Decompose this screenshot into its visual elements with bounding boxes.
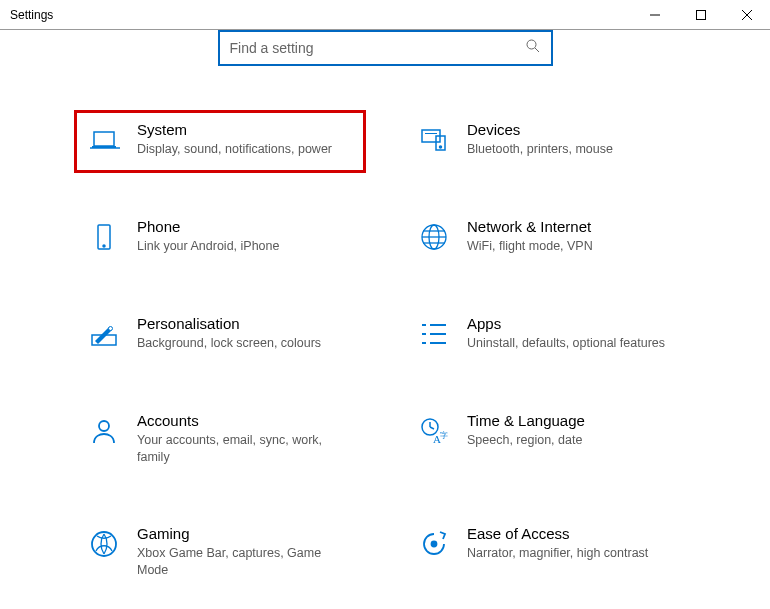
tile-title: Personalisation bbox=[137, 315, 353, 332]
tile-subtitle: WiFi, flight mode, VPN bbox=[467, 238, 683, 255]
svg-rect-6 bbox=[94, 132, 114, 146]
svg-rect-12 bbox=[425, 133, 437, 134]
tile-subtitle: Narrator, magnifier, high contrast bbox=[467, 545, 683, 562]
close-button[interactable] bbox=[724, 0, 770, 30]
tile-subtitle: Speech, region, date bbox=[467, 432, 683, 449]
tile-title: Accounts bbox=[137, 412, 353, 429]
settings-grid: System Display, sound, notifications, po… bbox=[75, 111, 695, 593]
tile-title: Gaming bbox=[137, 525, 353, 542]
tile-title: Phone bbox=[137, 218, 353, 235]
tile-subtitle: Background, lock screen, colours bbox=[137, 335, 353, 352]
svg-text:字: 字 bbox=[440, 431, 448, 440]
tile-title: System bbox=[137, 121, 353, 138]
tile-network[interactable]: Network & Internet WiFi, flight mode, VP… bbox=[405, 208, 695, 269]
svg-point-21 bbox=[109, 326, 113, 330]
tile-apps[interactable]: Apps Uninstall, defaults, optional featu… bbox=[405, 305, 695, 366]
search-box[interactable] bbox=[218, 30, 553, 66]
tile-subtitle: Your accounts, email, sync, work, family bbox=[137, 432, 353, 466]
window-controls bbox=[632, 0, 770, 30]
svg-point-11 bbox=[440, 146, 442, 148]
tile-accounts[interactable]: Accounts Your accounts, email, sync, wor… bbox=[75, 402, 365, 480]
titlebar: Settings bbox=[0, 0, 770, 30]
person-icon bbox=[87, 414, 121, 448]
tile-subtitle: Link your Android, iPhone bbox=[137, 238, 353, 255]
tile-subtitle: Display, sound, notifications, power bbox=[137, 141, 353, 158]
tile-title: Apps bbox=[467, 315, 683, 332]
xbox-icon bbox=[87, 527, 121, 561]
pen-icon bbox=[87, 317, 121, 351]
maximize-button[interactable] bbox=[678, 0, 724, 30]
tile-subtitle: Xbox Game Bar, captures, Game Mode bbox=[137, 545, 353, 579]
svg-rect-1 bbox=[697, 10, 706, 19]
svg-line-5 bbox=[535, 48, 539, 52]
svg-point-34 bbox=[92, 532, 116, 556]
tile-title: Time & Language bbox=[467, 412, 683, 429]
tile-devices[interactable]: Devices Bluetooth, printers, mouse bbox=[405, 111, 695, 172]
apps-icon bbox=[417, 317, 451, 351]
tile-phone[interactable]: Phone Link your Android, iPhone bbox=[75, 208, 365, 269]
svg-point-35 bbox=[432, 542, 437, 547]
devices-icon bbox=[417, 123, 451, 157]
globe-icon bbox=[417, 220, 451, 254]
window-title: Settings bbox=[0, 8, 632, 22]
svg-point-14 bbox=[103, 245, 105, 247]
search-icon bbox=[525, 38, 541, 58]
tile-title: Ease of Access bbox=[467, 525, 683, 542]
phone-icon bbox=[87, 220, 121, 254]
svg-line-31 bbox=[430, 427, 434, 429]
search-input[interactable] bbox=[230, 40, 525, 56]
tile-personalisation[interactable]: Personalisation Background, lock screen,… bbox=[75, 305, 365, 366]
tile-title: Devices bbox=[467, 121, 683, 138]
tile-subtitle: Uninstall, defaults, optional features bbox=[467, 335, 683, 352]
tile-time-language[interactable]: A字 Time & Language Speech, region, date bbox=[405, 402, 695, 480]
tile-title: Network & Internet bbox=[467, 218, 683, 235]
svg-point-28 bbox=[99, 421, 109, 431]
tile-subtitle: Bluetooth, printers, mouse bbox=[467, 141, 683, 158]
ease-of-access-icon bbox=[417, 527, 451, 561]
tile-gaming[interactable]: Gaming Xbox Game Bar, captures, Game Mod… bbox=[75, 515, 365, 593]
minimize-button[interactable] bbox=[632, 0, 678, 30]
svg-rect-8 bbox=[92, 146, 116, 148]
tile-system[interactable]: System Display, sound, notifications, po… bbox=[75, 111, 365, 172]
time-language-icon: A字 bbox=[417, 414, 451, 448]
tile-ease-of-access[interactable]: Ease of Access Narrator, magnifier, high… bbox=[405, 515, 695, 593]
laptop-icon bbox=[87, 123, 121, 157]
svg-point-4 bbox=[527, 40, 536, 49]
